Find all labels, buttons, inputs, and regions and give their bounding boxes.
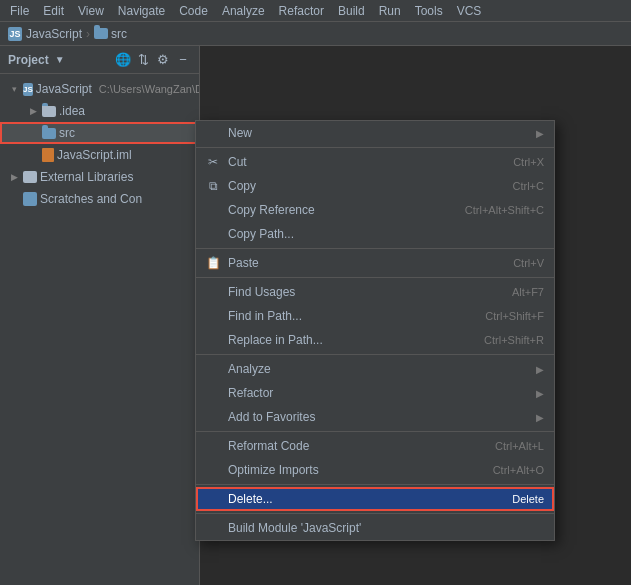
separator-1 (196, 147, 554, 148)
js-icon: JS (8, 27, 22, 41)
menu-build-module[interactable]: Build Module 'JavaScript' (196, 516, 554, 540)
breadcrumb-folder[interactable]: src (94, 27, 127, 41)
panel-actions: 🌐 ⇅ ⚙ − (115, 52, 191, 68)
analyze-arrow: ▶ (536, 364, 544, 375)
breadcrumb: JS JavaScript › src (0, 22, 631, 46)
menu-copy-path[interactable]: Copy Path... (196, 222, 554, 246)
new-label: New (228, 126, 528, 140)
menu-replace-in-path[interactable]: Replace in Path... Ctrl+Shift+R (196, 328, 554, 352)
reformat-label: Reformat Code (228, 439, 495, 453)
build-icon (204, 519, 222, 537)
context-menu: New ▶ ✂ Cut Ctrl+X ⧉ Copy Ctrl+C Copy Re… (195, 120, 555, 541)
separator-6 (196, 484, 554, 485)
menu-file[interactable]: File (4, 2, 35, 20)
menu-build[interactable]: Build (332, 2, 371, 20)
iml-file-icon (42, 148, 54, 162)
breadcrumb-project[interactable]: JavaScript (26, 27, 82, 41)
copy-reference-label: Copy Reference (228, 203, 465, 217)
delete-icon (204, 490, 222, 508)
copy-icon: ⧉ (204, 177, 222, 195)
tree-src[interactable]: ▶ src (0, 122, 199, 144)
globe-icon[interactable]: 🌐 (115, 52, 131, 68)
paste-shortcut: Ctrl+V (513, 257, 544, 269)
find-path-icon (204, 307, 222, 325)
menu-tools[interactable]: Tools (409, 2, 449, 20)
separator-3 (196, 277, 554, 278)
menu-find-in-path[interactable]: Find in Path... Ctrl+Shift+F (196, 304, 554, 328)
cut-label: Cut (228, 155, 513, 169)
menu-paste[interactable]: 📋 Paste Ctrl+V (196, 251, 554, 275)
tree-iml[interactable]: ▶ JavaScript.iml (0, 144, 199, 166)
separator-5 (196, 431, 554, 432)
copy-ref-icon (204, 201, 222, 219)
idea-folder-icon (42, 106, 56, 117)
menu-refactor[interactable]: Refactor ▶ (196, 381, 554, 405)
separator-4 (196, 354, 554, 355)
replace-path-label: Replace in Path... (228, 333, 484, 347)
menu-code[interactable]: Code (173, 2, 214, 20)
find-usages-shortcut: Alt+F7 (512, 286, 544, 298)
find-path-shortcut: Ctrl+Shift+F (485, 310, 544, 322)
copy-shortcut: Ctrl+C (513, 180, 544, 192)
menu-reformat[interactable]: Reformat Code Ctrl+Alt+L (196, 434, 554, 458)
menu-analyze[interactable]: Analyze (216, 2, 271, 20)
build-label: Build Module 'JavaScript' (228, 521, 544, 535)
menu-optimize[interactable]: Optimize Imports Ctrl+Alt+O (196, 458, 554, 482)
reformat-icon (204, 437, 222, 455)
lib-icon (23, 171, 37, 183)
menu-bar: File Edit View Navigate Code Analyze Ref… (0, 0, 631, 22)
root-path: C:\Users\WangZan\Desktop\JavaScript (99, 83, 199, 95)
ext-label: External Libraries (40, 170, 133, 184)
menu-navigate[interactable]: Navigate (112, 2, 171, 20)
tree-scratch[interactable]: ▶ Scratches and Con (0, 188, 199, 210)
delete-label: Delete... (228, 492, 512, 506)
panel-title: Project (8, 53, 49, 67)
folder-icon (94, 28, 108, 39)
menu-edit[interactable]: Edit (37, 2, 70, 20)
scratch-label: Scratches and Con (40, 192, 142, 206)
menu-copy-reference[interactable]: Copy Reference Ctrl+Alt+Shift+C (196, 198, 554, 222)
replace-path-shortcut: Ctrl+Shift+R (484, 334, 544, 346)
breadcrumb-separator: › (86, 27, 90, 41)
breadcrumb-src: src (111, 27, 127, 41)
replace-path-icon (204, 331, 222, 349)
separator-2 (196, 248, 554, 249)
add-favorites-label: Add to Favorites (228, 410, 528, 424)
main-area: Project ▼ 🌐 ⇅ ⚙ − ▾ JS JavaScript C:\Use… (0, 46, 631, 585)
panel-dropdown-arrow[interactable]: ▼ (55, 54, 65, 65)
tree-idea[interactable]: ▶ .idea (0, 100, 199, 122)
menu-copy[interactable]: ⧉ Copy Ctrl+C (196, 174, 554, 198)
menu-delete[interactable]: Delete... Delete (196, 487, 554, 511)
menu-analyze[interactable]: Analyze ▶ (196, 357, 554, 381)
copy-path-label: Copy Path... (228, 227, 544, 241)
settings-icon[interactable]: ⚙ (155, 52, 171, 68)
project-tree: ▾ JS JavaScript C:\Users\WangZan\Desktop… (0, 74, 199, 585)
menu-new[interactable]: New ▶ (196, 121, 554, 145)
scratch-icon (23, 192, 37, 206)
cut-icon: ✂ (204, 153, 222, 171)
idea-label: .idea (59, 104, 85, 118)
paste-icon: 📋 (204, 254, 222, 272)
root-js-icon: JS (23, 83, 33, 96)
refactor-arrow: ▶ (536, 388, 544, 399)
menu-vcs[interactable]: VCS (451, 2, 488, 20)
panel-header: Project ▼ 🌐 ⇅ ⚙ − (0, 46, 199, 74)
menu-run[interactable]: Run (373, 2, 407, 20)
analyze-icon (204, 360, 222, 378)
menu-add-favorites[interactable]: Add to Favorites ▶ (196, 405, 554, 429)
tree-root[interactable]: ▾ JS JavaScript C:\Users\WangZan\Desktop… (0, 78, 199, 100)
minimize-icon[interactable]: − (175, 52, 191, 68)
arrows-icon[interactable]: ⇅ (135, 52, 151, 68)
menu-cut[interactable]: ✂ Cut Ctrl+X (196, 150, 554, 174)
find-usages-label: Find Usages (228, 285, 512, 299)
menu-view[interactable]: View (72, 2, 110, 20)
tree-ext-libs[interactable]: ▶ External Libraries (0, 166, 199, 188)
new-icon (204, 124, 222, 142)
menu-find-usages[interactable]: Find Usages Alt+F7 (196, 280, 554, 304)
optimize-shortcut: Ctrl+Alt+O (493, 464, 544, 476)
new-arrow: ▶ (536, 128, 544, 139)
cut-shortcut: Ctrl+X (513, 156, 544, 168)
menu-refactor[interactable]: Refactor (273, 2, 330, 20)
copy-label: Copy (228, 179, 513, 193)
paste-label: Paste (228, 256, 513, 270)
